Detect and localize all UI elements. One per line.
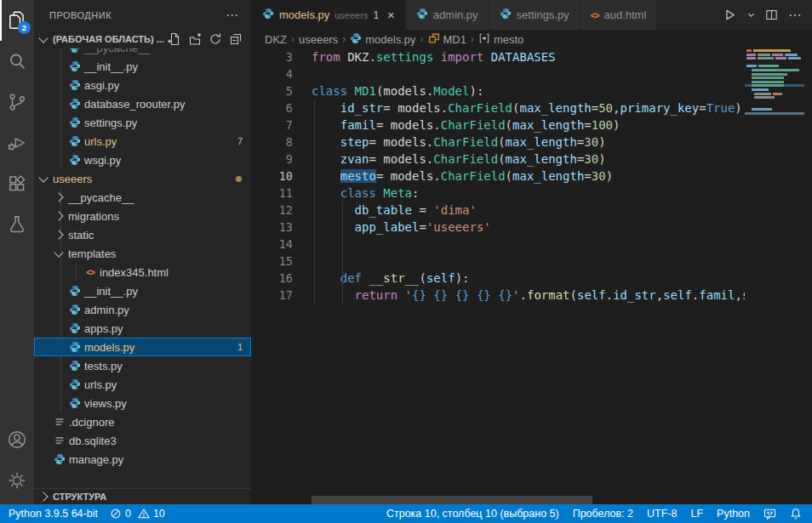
- horizontal-scrollbar[interactable]: [312, 496, 592, 504]
- minimap-line: [758, 57, 774, 60]
- file-file-icon: [52, 416, 67, 428]
- python-file-icon: [67, 98, 83, 110]
- tree-item-tests.py[interactable]: tests.py: [34, 356, 251, 375]
- minimap-line: [773, 93, 782, 95]
- breadcrumb-item-DKZ[interactable]: DKZ: [265, 33, 287, 46]
- breadcrumb-item-useeers[interactable]: useeers: [299, 33, 338, 46]
- code-line-7: 7 famil= models.CharField(max_length=100…: [252, 117, 745, 134]
- tree-item-manage.py[interactable]: manage.py: [34, 450, 251, 469]
- tab-bar: models.pyuseeers1×admin.pysettings.py<>a…: [252, 0, 812, 30]
- workspace-section-header[interactable]: (РАБОЧАЯ ОБЛАСТЬ) ...: [34, 30, 251, 48]
- notifications-bell-icon[interactable]: [790, 508, 802, 520]
- tree-item-database_roouter.py[interactable]: database_roouter.py: [34, 94, 251, 113]
- tree-item-index345.html[interactable]: <>index345.html: [34, 263, 251, 281]
- minimap-line: [752, 69, 799, 71]
- eol-indicator[interactable]: LF: [690, 508, 703, 520]
- debug-icon: [6, 132, 28, 154]
- run-icon[interactable]: [719, 7, 741, 23]
- activitybar-run-debug[interactable]: [0, 122, 34, 163]
- tree-item-__pycache__[interactable]: __pycache__: [34, 48, 251, 57]
- tree-item-models.py[interactable]: models.py1: [34, 338, 251, 356]
- beaker-icon: [6, 213, 28, 236]
- editor-group: models.pyuseeers1×admin.pysettings.py<>a…: [252, 0, 812, 504]
- breadcrumb-label: DKZ: [265, 33, 287, 46]
- code-editor[interactable]: 3from DKZ.settings import DATABASES45cla…: [252, 48, 812, 504]
- class-icon: [428, 32, 440, 47]
- chevron-down-icon: [54, 247, 63, 257]
- language-mode[interactable]: Python: [717, 508, 750, 520]
- minimap-line: [752, 84, 784, 87]
- chevron-right-icon: [54, 192, 63, 202]
- tree-item-templates[interactable]: templates: [34, 244, 251, 263]
- breadcrumb-item-MD1[interactable]: MD1: [428, 32, 466, 47]
- tree-item-urls.py[interactable]: urls.py: [34, 375, 251, 394]
- activitybar-settings[interactable]: [0, 460, 34, 501]
- errors-icon: [110, 508, 122, 520]
- breadcrumb-item-mesto[interactable]: mesto: [478, 32, 523, 47]
- close-icon[interactable]: ×: [387, 8, 395, 22]
- tree-item-__init__.py[interactable]: __init__.py: [34, 57, 251, 76]
- tree-item-__pycache__[interactable]: __pycache__: [34, 188, 251, 207]
- tree-item-wsgi.py[interactable]: wsgi.py: [34, 151, 251, 169]
- tree-item-migrations[interactable]: migrations: [34, 207, 251, 225]
- activitybar-explorer[interactable]: 2: [0, 0, 34, 41]
- line-number: 4: [252, 65, 312, 82]
- activitybar-source-control[interactable]: [0, 82, 34, 122]
- tab-label: settings.py: [517, 9, 569, 21]
- tree-item-apps.py[interactable]: apps.py: [34, 319, 251, 338]
- python-icon: [350, 32, 362, 47]
- tree-item-db.sqlite3[interactable]: db.sqlite3: [34, 431, 251, 450]
- line-number: 17: [252, 287, 312, 304]
- tree-item-admin.py[interactable]: admin.py: [34, 300, 251, 319]
- new-folder-icon[interactable]: [188, 32, 202, 46]
- encoding-indicator[interactable]: UTF-8: [647, 508, 677, 520]
- more-actions-icon[interactable]: [785, 8, 805, 23]
- activitybar-testing[interactable]: [0, 204, 34, 245]
- code-text: class Meta:: [312, 185, 419, 202]
- python-icon: [262, 8, 274, 22]
- code-line-8: 8 step= models.CharField(max_length=30): [252, 134, 745, 151]
- python-file-icon: [67, 285, 83, 297]
- outline-section-header[interactable]: СТРУКТУРА: [34, 488, 251, 504]
- python-file-icon: [67, 360, 83, 372]
- tree-item-views.py[interactable]: views.py: [34, 394, 251, 412]
- minimap[interactable]: [745, 48, 804, 504]
- code-lines: 3from DKZ.settings import DATABASES45cla…: [252, 48, 745, 504]
- tree-item-label: views.py: [84, 397, 127, 410]
- python-version-indicator[interactable]: Python 3.9.5 64-bit: [9, 508, 98, 520]
- tree-item-settings.py[interactable]: settings.py: [34, 113, 251, 132]
- tree-item-__init__.py[interactable]: __init__.py: [34, 281, 251, 300]
- tree-item-.dcignore[interactable]: .dcignore: [34, 412, 251, 431]
- tab-admin.py[interactable]: admin.py: [406, 0, 489, 30]
- run-dropdown-icon[interactable]: [744, 10, 758, 20]
- split-editor-icon[interactable]: [762, 8, 781, 22]
- tree-item-label: urls.py: [84, 378, 117, 391]
- tree-item-label: __init__.py: [84, 60, 138, 73]
- tree-item-asgi.py[interactable]: asgi.py: [34, 76, 251, 94]
- status-bar-right: Строка 10, столбец 10 (выбрано 5) Пробел…: [386, 508, 812, 520]
- more-actions-icon[interactable]: ⋯: [226, 8, 239, 23]
- breadcrumb-item-models.py[interactable]: models.py: [350, 32, 415, 47]
- tree-item-label: __init__.py: [84, 285, 138, 298]
- indentation-indicator[interactable]: Пробелов: 2: [573, 508, 633, 520]
- cursor-position[interactable]: Строка 10, столбец 10 (выбрано 5): [386, 508, 559, 520]
- feedback-icon[interactable]: [763, 508, 776, 520]
- tab-models.py[interactable]: models.pyuseeers1×: [252, 0, 406, 30]
- code-text: app_label='useeers': [312, 219, 491, 236]
- activitybar-account[interactable]: [0, 419, 34, 460]
- tree-item-urls.py[interactable]: urls.py7: [34, 132, 251, 151]
- activitybar-search[interactable]: [0, 41, 34, 82]
- collapse-all-icon[interactable]: [229, 32, 243, 46]
- tab-settings.py[interactable]: settings.py: [489, 0, 580, 30]
- breadcrumb-label: models.py: [365, 33, 415, 46]
- problems-indicator[interactable]: 0 10: [110, 508, 165, 520]
- chevron-down-icon: [38, 33, 48, 43]
- tree-item-useeers[interactable]: useeers: [34, 169, 251, 188]
- tab-aud.html[interactable]: <>aud.html: [580, 0, 658, 30]
- clipped-tree-item: __pycache__: [34, 48, 251, 57]
- new-file-icon[interactable]: [168, 32, 181, 46]
- activitybar-extensions[interactable]: [0, 163, 34, 204]
- tree-item-static[interactable]: static: [34, 225, 251, 244]
- code-line-13: 13 app_label='useeers': [252, 219, 745, 236]
- refresh-icon[interactable]: [209, 32, 222, 46]
